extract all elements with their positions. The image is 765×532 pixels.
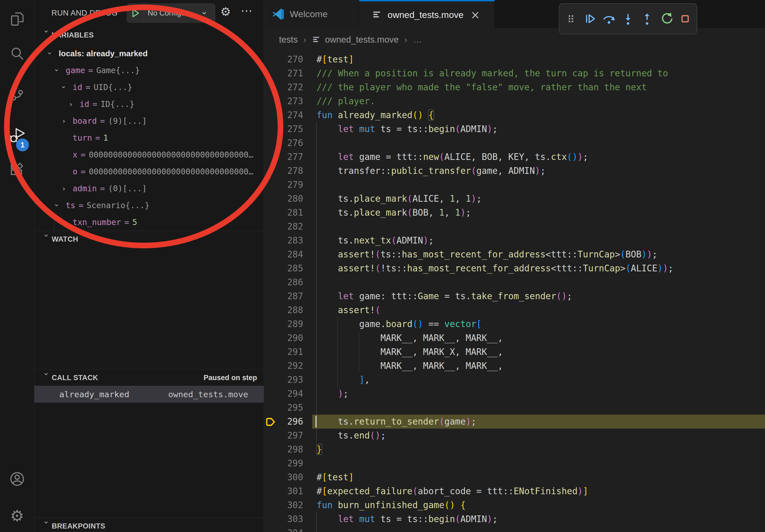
code-line-302[interactable]: 302fun burn_unfinished_game() {	[264, 498, 765, 512]
line-number[interactable]: 271	[275, 67, 303, 80]
source-control-icon[interactable]	[0, 78, 34, 109]
line-number[interactable]: 281	[275, 206, 303, 220]
call-stack-section-header[interactable]: › CALL STACK Paused on step	[34, 369, 264, 386]
code-line-286[interactable]: 286	[264, 275, 765, 289]
code-line-287[interactable]: 287 let game: ttt::Game = ts.take_from_s…	[264, 289, 765, 303]
breadcrumb-item-symbol[interactable]: …	[413, 35, 422, 45]
line-number[interactable]: 298	[275, 442, 303, 456]
variable-row[interactable]: ›game=Game{...}	[34, 62, 264, 79]
continue-button[interactable]	[582, 11, 597, 26]
variable-row[interactable]: x=000000000000000000000000000000000…	[34, 146, 264, 163]
code-line-278[interactable]: 278 transfer::public_transfer(game, ADMI…	[264, 164, 765, 178]
line-number[interactable]: 270	[275, 53, 303, 67]
line-number[interactable]: 292	[275, 359, 303, 373]
config-dropdown[interactable]: No Configur ›	[144, 4, 215, 23]
code-line-271[interactable]: 271/// When a position is already marked…	[264, 67, 765, 80]
chevron-down-icon[interactable]: ›	[56, 201, 66, 209]
code-line-289[interactable]: 289 game.board() == vector[	[264, 317, 765, 331]
run-and-debug-icon[interactable]: 1	[0, 120, 34, 151]
line-number[interactable]: 304	[275, 526, 303, 532]
code-line-300[interactable]: 300#[test]	[264, 470, 765, 484]
chevron-right-icon[interactable]: ›	[62, 184, 73, 193]
drag-grip-icon[interactable]	[563, 11, 578, 26]
line-number[interactable]: 296	[275, 415, 303, 428]
line-number[interactable]: 275	[275, 122, 303, 136]
close-icon[interactable]: ×	[471, 8, 480, 21]
chevron-down-icon[interactable]: ›	[49, 49, 59, 58]
line-number[interactable]: 278	[275, 164, 303, 178]
search-icon[interactable]	[0, 38, 34, 69]
line-number[interactable]: 303	[275, 512, 303, 526]
more-actions-icon[interactable]: ⋯	[241, 4, 253, 17]
watch-section-header[interactable]: › WATCH	[34, 231, 264, 247]
breadcrumb-item-file[interactable]: owned_tests.move	[325, 35, 398, 45]
line-number[interactable]: 294	[275, 387, 303, 401]
chevron-down-icon[interactable]: ›	[56, 66, 66, 75]
line-number[interactable]: 283	[275, 234, 303, 247]
code-line-290[interactable]: 290 MARK__, MARK__, MARK__,	[264, 331, 765, 345]
accounts-icon[interactable]	[0, 463, 34, 494]
line-number[interactable]: 300	[275, 470, 303, 484]
code-line-291[interactable]: 291 MARK__, MARK_X, MARK__,	[264, 345, 765, 359]
line-number[interactable]: 288	[275, 303, 303, 317]
extensions-icon[interactable]	[0, 154, 34, 186]
line-number[interactable]: 280	[275, 192, 303, 206]
code-line-283[interactable]: 283 ts.next_tx(ADMIN);	[264, 234, 765, 247]
line-number[interactable]: 287	[275, 289, 303, 303]
code-line-277[interactable]: 277 let game = ttt::new(ALICE, BOB, KEY,…	[264, 150, 765, 164]
code-line-295[interactable]: 295	[264, 401, 765, 415]
code-line-275[interactable]: 275 let mut ts = ts::begin(ADMIN);	[264, 122, 765, 136]
line-number[interactable]: 295	[275, 401, 303, 415]
code-line-284[interactable]: 284 assert!(ts::has_most_recent_for_addr…	[264, 247, 765, 261]
line-number[interactable]: 301	[275, 484, 303, 498]
code-line-280[interactable]: 280 ts.place_mark(ALICE, 1, 1);	[264, 192, 765, 206]
code-line-294[interactable]: 294 );	[264, 387, 765, 401]
chevron-down-icon[interactable]: ›	[42, 521, 51, 531]
code-line-288[interactable]: 288 assert!(	[264, 303, 765, 317]
variable-row[interactable]: ›locals: already_marked	[34, 45, 264, 62]
line-number[interactable]: 277	[275, 150, 303, 164]
variable-row[interactable]: ›admin=(0)[...]	[34, 180, 264, 197]
line-number[interactable]: 272	[275, 80, 303, 94]
code-line-293[interactable]: 293 ],	[264, 373, 765, 387]
code-line-301[interactable]: 301#[expected_failure(abort_code = ttt::…	[264, 484, 765, 498]
line-number[interactable]: 289	[275, 317, 303, 331]
chevron-right-icon[interactable]: ›	[62, 117, 73, 125]
step-over-button[interactable]	[601, 11, 616, 26]
code-line-276[interactable]: 276	[264, 136, 765, 150]
chevron-down-icon[interactable]: ›	[42, 30, 51, 40]
code-line-282[interactable]: 282	[264, 220, 765, 234]
line-number[interactable]: 282	[275, 220, 303, 234]
variables-section-header[interactable]: › VARIABLES	[34, 27, 264, 43]
line-number[interactable]: 276	[275, 136, 303, 150]
code-line-285[interactable]: 285 assert!(!ts::has_most_recent_for_add…	[264, 261, 765, 275]
line-number[interactable]: 274	[275, 108, 303, 122]
code-line-303[interactable]: 303 let mut ts = ts::begin(ADMIN);	[264, 512, 765, 526]
code-line-273[interactable]: 273/// player.	[264, 94, 765, 108]
variable-row[interactable]: ›id=UID{...}	[34, 79, 264, 96]
line-number[interactable]: 285	[275, 261, 303, 275]
line-number[interactable]: 293	[275, 373, 303, 387]
step-out-button[interactable]	[640, 11, 655, 26]
restart-button[interactable]	[659, 11, 674, 26]
debug-settings-gear-icon[interactable]: ⚙	[220, 5, 231, 19]
line-number[interactable]: 286	[275, 275, 303, 289]
start-debug-button[interactable]	[127, 4, 144, 23]
breadcrumb-item-tests[interactable]: tests	[279, 35, 298, 45]
code-line-272[interactable]: 272/// the player who made the "false" m…	[264, 80, 765, 94]
code-line-279[interactable]: 279	[264, 178, 765, 192]
line-number[interactable]: 279	[275, 178, 303, 192]
settings-gear-icon[interactable]: ⚙	[0, 500, 34, 531]
code-line-274[interactable]: 274fun already_marked() {	[264, 108, 765, 122]
variable-row[interactable]: ›board=(9)[...]	[34, 113, 264, 130]
line-number[interactable]: 290	[275, 331, 303, 345]
step-into-button[interactable]	[620, 11, 635, 26]
variable-row[interactable]: turn=1	[34, 130, 264, 146]
variable-row[interactable]: ›ts=Scenario{...}	[34, 197, 264, 214]
tab-owned-tests[interactable]: owned_tests.move ×	[359, 0, 495, 28]
line-number[interactable]: 284	[275, 247, 303, 261]
call-stack-frame-row[interactable]: already_marked owned_tests.move	[34, 386, 264, 402]
explorer-icon[interactable]	[0, 4, 34, 35]
code-line-296[interactable]: 296 ts.return_to_sender(game);	[264, 415, 765, 428]
chevron-down-icon[interactable]: ›	[42, 372, 51, 383]
